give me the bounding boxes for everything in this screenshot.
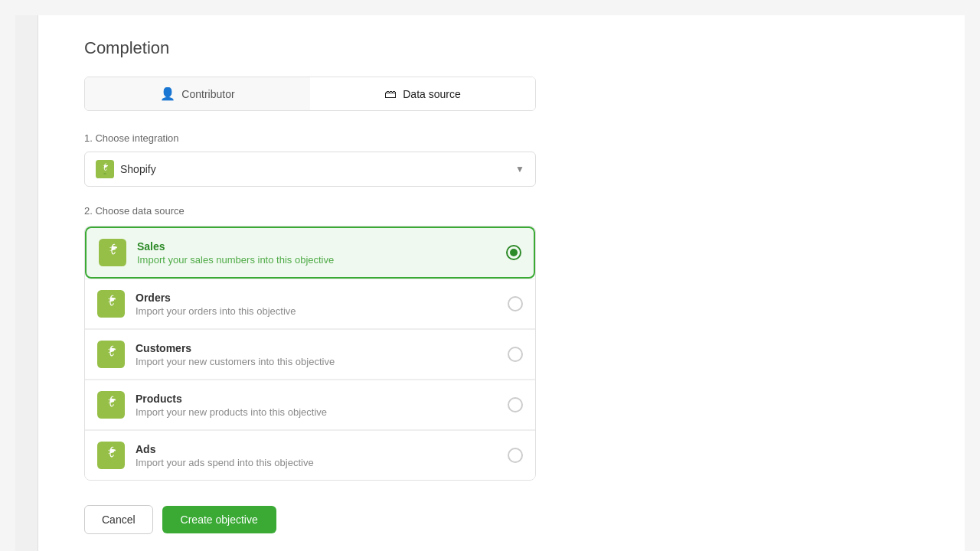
products-subtitle: Import your new products into this objec… (136, 406, 497, 418)
page-title: Completion (84, 38, 919, 58)
page-container: Completion 👤 Contributor 🗃 Data source 1… (15, 15, 965, 551)
svg-rect-4 (97, 341, 125, 368)
data-source-icon: 🗃 (384, 87, 397, 101)
option-sales[interactable]: Sales Import your sales numbers into thi… (85, 227, 535, 279)
orders-text: Orders Import your orders into this obje… (136, 292, 497, 317)
products-radio[interactable] (508, 397, 523, 412)
chevron-down-icon: ▼ (515, 164, 524, 174)
shopify-icon (96, 160, 114, 178)
sales-text: Sales Import your sales numbers into thi… (137, 240, 495, 266)
left-sidebar (15, 15, 38, 551)
tab-data-source-label: Data source (403, 88, 460, 100)
dropdown-left: Shopify (96, 160, 156, 178)
main-content: Completion 👤 Contributor 🗃 Data source 1… (38, 15, 965, 551)
customers-radio[interactable] (508, 347, 523, 362)
customers-text: Customers Import your new customers into… (136, 342, 497, 367)
sales-subtitle: Import your sales numbers into this obje… (137, 254, 495, 266)
contributor-icon: 👤 (160, 86, 175, 101)
dropdown-container: Shopify ▼ (84, 152, 536, 187)
options-list: Sales Import your sales numbers into thi… (84, 226, 536, 481)
option-products[interactable]: Products Import your new products into t… (85, 380, 535, 430)
svg-rect-0 (96, 160, 114, 178)
dropdown-value: Shopify (120, 163, 156, 175)
tab-contributor[interactable]: 👤 Contributor (85, 77, 310, 110)
shopify-customers-icon (97, 341, 125, 368)
option-customers[interactable]: Customers Import your new customers into… (85, 329, 535, 380)
svg-rect-2 (99, 239, 126, 266)
svg-rect-6 (97, 442, 125, 469)
step1-label: 1. Choose integration (84, 132, 919, 144)
products-text: Products Import your new products into t… (136, 393, 497, 418)
products-title: Products (136, 393, 497, 405)
tab-data-source[interactable]: 🗃 Data source (310, 77, 535, 110)
orders-radio[interactable] (508, 296, 523, 311)
option-orders[interactable]: Orders Import your orders into this obje… (85, 279, 535, 329)
ads-text: Ads Import your ads spend into this obje… (136, 443, 497, 468)
shopify-ads-icon (97, 442, 125, 469)
cancel-button[interactable]: Cancel (84, 505, 153, 534)
sales-title: Sales (137, 240, 495, 253)
orders-title: Orders (136, 292, 497, 304)
shopify-orders-icon (97, 290, 125, 318)
integration-dropdown[interactable]: Shopify ▼ (84, 152, 536, 187)
svg-point-1 (103, 173, 106, 174)
ads-subtitle: Import your ads spend into this objectiv… (136, 457, 497, 468)
customers-subtitle: Import your new customers into this obje… (136, 356, 497, 367)
create-objective-button[interactable]: Create objective (162, 506, 276, 533)
customers-title: Customers (136, 342, 497, 354)
option-ads[interactable]: Ads Import your ads spend into this obje… (85, 430, 535, 480)
svg-rect-3 (97, 290, 125, 318)
ads-title: Ads (136, 443, 497, 455)
step2-label: 2. Choose data source (84, 205, 919, 217)
tabs-container: 👤 Contributor 🗃 Data source (84, 77, 536, 111)
orders-subtitle: Import your orders into this objective (136, 305, 497, 317)
footer-buttons: Cancel Create objective (84, 505, 919, 534)
tab-contributor-label: Contributor (181, 88, 234, 100)
ads-radio[interactable] (508, 448, 523, 463)
sales-radio[interactable] (506, 245, 521, 260)
shopify-sales-icon (99, 239, 126, 266)
sales-radio-inner (510, 249, 518, 256)
shopify-products-icon (97, 391, 125, 419)
svg-rect-5 (97, 391, 125, 419)
